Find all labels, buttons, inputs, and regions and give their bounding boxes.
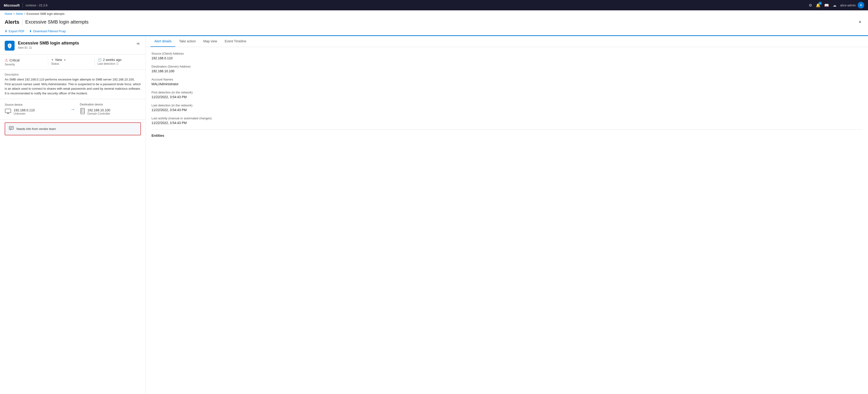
status-label: Status <box>51 62 92 65</box>
source-device-block: Source device 192.168.0.110 Unknown <box>5 103 66 115</box>
last-detection-detail-label: Last detection (in the network) <box>152 103 862 107</box>
alert-details-content: Source (Client) Address 192.168.0.110 De… <box>146 47 868 142</box>
destination-ip: 192.168.10.100 <box>88 108 110 112</box>
alert-title-block: Excessive SMB login attempts Alert ID: 2… <box>18 41 79 50</box>
tabs: Alert details Take action Map view Event… <box>146 36 868 47</box>
source-ip: 192.168.0.110 <box>13 108 35 112</box>
brand-name: Microsoft <box>4 3 20 7</box>
info-icon: ⓘ <box>116 62 119 65</box>
account-names-value: MAL/Administrator <box>152 82 862 86</box>
svg-point-11 <box>82 112 82 112</box>
right-panel: Alert details Take action Map view Event… <box>146 36 868 394</box>
alert-shield-icon: ! <box>5 41 14 51</box>
devices-section: Source device 192.168.0.110 Unknown <box>0 99 146 120</box>
first-detection-value: 11/22/2022, 3:54:43 PM <box>152 95 862 99</box>
download-icon: ⬇ <box>5 29 7 33</box>
page-header: Alerts Excessive SMB login attempts × <box>0 18 868 28</box>
page-subtitle: Excessive SMB login attempts <box>25 19 88 25</box>
severity-label: Severity <box>5 63 45 66</box>
left-panel: ! Excessive SMB login attempts Alert ID:… <box>0 36 146 394</box>
destination-device-block: Destination device <box>80 103 141 116</box>
first-detection-group: First detection (in the network) 11/22/2… <box>152 91 862 99</box>
critical-icon: ⚠ <box>5 58 8 62</box>
last-activity-group: Last activity (manual or automated chang… <box>152 117 862 125</box>
status-row: ⚠ Critical Severity ✦ New ∨ Status 🕐 2 w… <box>0 55 146 70</box>
status-item: ✦ New ∨ Status <box>48 58 95 66</box>
export-pdf-label: Export PDF <box>9 29 25 33</box>
svg-text:!: ! <box>9 44 10 47</box>
download-pcap-button[interactable]: ⬇ Download Filtered Pcap <box>29 29 66 33</box>
severity-text: Critical <box>9 58 20 62</box>
avatar: A <box>858 2 864 8</box>
cloud-icon[interactable]: ☁ <box>833 3 836 7</box>
clock-icon: 🕐 <box>98 58 102 62</box>
page-title: Alerts <box>5 19 19 25</box>
comment-text: Needs info from vendor team <box>17 127 56 131</box>
destination-device-info: 192.168.10.100 Domain Controller <box>80 108 141 116</box>
notification-badge: 0 <box>818 2 822 5</box>
alert-id: Alert ID: 21 <box>18 46 79 50</box>
first-detection-label: First detection (in the network) <box>152 91 862 94</box>
destination-device-label: Destination device <box>80 103 141 106</box>
breadcrumb-sep-1: > <box>13 12 15 16</box>
status-dropdown-button[interactable]: ∨ <box>64 58 66 61</box>
svg-rect-1 <box>5 109 11 113</box>
source-client-label: Source (Client) Address <box>152 52 862 55</box>
download-pcap-icon: ⬇ <box>29 29 32 33</box>
alert-title: Excessive SMB login attempts <box>18 41 79 46</box>
tab-alert-details[interactable]: Alert details <box>151 36 175 47</box>
user-menu[interactable]: alice-admin A <box>840 2 864 8</box>
alert-header-left: ! Excessive SMB login attempts Alert ID:… <box>5 41 79 51</box>
comment-icon <box>9 126 13 131</box>
last-detection-value: 🕐 2 weeks ago <box>98 58 138 62</box>
source-device-label: Source device <box>5 103 66 107</box>
last-detection-label-text: Last detection <box>98 62 115 65</box>
last-detection-group: Last detection (in the network) 11/22/20… <box>152 103 862 112</box>
topbar-subtitle: contoso - 22.2.6 <box>26 3 48 7</box>
last-activity-value: 11/22/2022, 3:54:43 PM <box>152 121 862 125</box>
description-block: Description An SMB client 192.168.0.110 … <box>0 70 146 99</box>
destination-device-details: 192.168.10.100 Domain Controller <box>88 108 110 115</box>
destination-server-group: Destination (Server) Address 192.168.10.… <box>152 65 862 73</box>
comment-section[interactable]: Needs info from vendor team <box>5 122 141 135</box>
book-icon[interactable]: 📖 <box>824 3 829 7</box>
last-detection-label: Last detection ⓘ <box>98 62 138 66</box>
settings-icon[interactable]: ⚙ <box>809 3 812 7</box>
export-pdf-button[interactable]: ⬇ Export PDF <box>5 29 25 33</box>
severity-value: ⚠ Critical <box>5 58 45 62</box>
svg-point-9 <box>82 109 82 109</box>
breadcrumb-sep-2: > <box>24 12 26 16</box>
topbar-divider <box>23 3 23 8</box>
status-value-row: ✦ New ∨ <box>51 58 92 62</box>
user-name: alice-admin <box>840 3 856 7</box>
computer-icon <box>5 109 11 115</box>
spinner-icon: ✦ <box>51 58 54 62</box>
account-names-label: Account Names <box>152 78 862 81</box>
collapse-button[interactable]: ≪ <box>135 41 141 47</box>
description-label: Description <box>5 73 141 76</box>
tab-event-timeline[interactable]: Event Timeline <box>221 36 250 47</box>
arrow-block: → <box>66 107 80 112</box>
breadcrumb-alerts[interactable]: Alerts <box>16 12 23 16</box>
destination-type: Domain Controller <box>88 112 110 115</box>
svg-point-10 <box>82 110 82 111</box>
last-detection-detail-value: 11/22/2022, 3:54:43 PM <box>152 108 862 112</box>
account-names-group: Account Names MAL/Administrator <box>152 78 862 86</box>
source-client-group: Source (Client) Address 192.168.0.110 <box>152 52 862 60</box>
breadcrumb-home[interactable]: Home <box>5 12 12 16</box>
last-activity-label: Last activity (manual or automated chang… <box>152 117 862 120</box>
source-type: Unknown <box>13 112 35 115</box>
tab-take-action[interactable]: Take action <box>175 36 199 47</box>
destination-server-value: 192.168.10.100 <box>152 69 862 73</box>
last-detection-text: 2 weeks ago <box>103 58 122 62</box>
page-header-left: Alerts Excessive SMB login attempts <box>5 19 88 25</box>
arrow-right-icon: → <box>70 107 75 112</box>
server-icon <box>80 108 85 116</box>
status-text: New <box>55 58 62 62</box>
last-detection-item: 🕐 2 weeks ago Last detection ⓘ <box>95 58 141 66</box>
close-button[interactable]: × <box>857 18 863 26</box>
toolbar: ⬇ Export PDF ⬇ Download Filtered Pcap <box>0 28 868 35</box>
tab-map-view[interactable]: Map view <box>199 36 221 47</box>
topbar-right: ⚙ 🔔 0 📖 ☁ alice-admin A <box>809 2 864 8</box>
notifications-icon[interactable]: 🔔 0 <box>816 3 820 7</box>
